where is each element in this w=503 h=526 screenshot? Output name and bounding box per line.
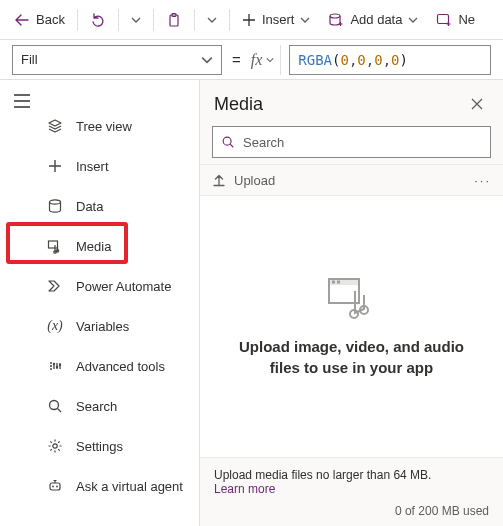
pane-footer: Upload media files no larger than 64 MB.… xyxy=(200,457,503,526)
svg-point-10 xyxy=(59,364,61,366)
nav-insert[interactable]: Insert xyxy=(44,146,199,186)
new-label: Ne xyxy=(458,12,475,27)
nav-advanced-tools[interactable]: Advanced tools xyxy=(44,346,199,386)
learn-more-link[interactable]: Learn more xyxy=(214,482,275,496)
main-area: Tree view Insert Data Media Power Automa… xyxy=(0,80,503,526)
empty-state: Upload image, video, and audio files to … xyxy=(200,196,503,457)
nav-settings[interactable]: Settings xyxy=(44,426,199,466)
add-data-button[interactable]: Add data xyxy=(320,4,426,36)
pane-toolbar: Upload ··· xyxy=(200,164,503,196)
nav-virtual-agent[interactable]: Ask a virtual agent xyxy=(44,466,199,506)
svg-point-4 xyxy=(50,200,61,204)
nav-data[interactable]: Data xyxy=(44,186,199,226)
footer-text: Upload media files no larger than 64 MB. xyxy=(214,468,489,482)
nav-label: Search xyxy=(76,399,117,414)
undo-icon xyxy=(90,12,106,28)
upload-button[interactable]: Upload xyxy=(212,173,275,188)
property-value: Fill xyxy=(21,52,38,67)
back-label: Back xyxy=(36,12,65,27)
paste-icon xyxy=(166,12,182,28)
database-icon xyxy=(328,12,344,28)
nav-variables[interactable]: (x) Variables xyxy=(44,306,199,346)
upload-icon xyxy=(212,173,226,187)
search-icon xyxy=(46,398,64,414)
chevron-down-icon xyxy=(266,56,274,64)
separator xyxy=(194,9,195,31)
nav-label: Tree view xyxy=(76,119,132,134)
plus-icon xyxy=(242,13,256,27)
pane-header: Media xyxy=(200,80,503,122)
chevron-down-icon xyxy=(300,15,310,25)
close-icon xyxy=(470,97,484,111)
flow-icon xyxy=(46,278,64,294)
nav-label: Ask a virtual agent xyxy=(76,479,183,494)
formula-input[interactable]: RGBA(0, 0, 0, 0) xyxy=(289,45,491,75)
svg-point-15 xyxy=(56,486,58,488)
screen-plus-icon xyxy=(436,12,452,28)
separator xyxy=(229,9,230,31)
insert-label: Insert xyxy=(262,12,295,27)
svg-point-11 xyxy=(50,401,59,410)
more-button[interactable]: ··· xyxy=(474,173,491,188)
left-nav: Tree view Insert Data Media Power Automa… xyxy=(44,80,199,526)
search-placeholder: Search xyxy=(243,135,284,150)
empty-text: Upload image, video, and audio files to … xyxy=(226,337,477,378)
svg-rect-3 xyxy=(438,14,449,23)
back-button[interactable]: Back xyxy=(6,4,73,36)
pane-title: Media xyxy=(214,94,263,115)
nav-label: Insert xyxy=(76,159,109,174)
chevron-down-icon xyxy=(131,15,141,25)
close-button[interactable] xyxy=(465,92,489,116)
search-wrap: Search xyxy=(200,122,503,164)
plus-icon xyxy=(46,159,64,173)
command-bar: Back Insert Add data xyxy=(0,0,503,40)
svg-point-14 xyxy=(52,486,54,488)
gear-icon xyxy=(46,438,64,454)
chevron-down-icon xyxy=(207,15,217,25)
insert-button[interactable]: Insert xyxy=(234,4,319,36)
nav-label: Data xyxy=(76,199,103,214)
nav-media[interactable]: Media xyxy=(44,226,199,266)
tools-icon xyxy=(46,358,64,374)
layers-icon xyxy=(46,118,64,134)
search-input[interactable]: Search xyxy=(212,126,491,158)
back-arrow-icon xyxy=(14,12,30,28)
nav-tree-view[interactable]: Tree view xyxy=(44,106,199,146)
separator xyxy=(153,9,154,31)
paste-more-button[interactable] xyxy=(199,4,225,36)
search-icon xyxy=(221,135,235,149)
separator xyxy=(77,9,78,31)
usage-text: 0 of 200 MB used xyxy=(214,504,489,518)
new-screen-button[interactable]: Ne xyxy=(428,4,483,36)
svg-rect-19 xyxy=(332,281,335,284)
formula-bar: Fill = fx RGBA(0, 0, 0, 0) xyxy=(0,40,503,80)
undo-more-button[interactable] xyxy=(123,4,149,36)
svg-point-9 xyxy=(56,366,58,368)
nav-label: Power Automate xyxy=(76,279,171,294)
nav-label: Media xyxy=(76,239,111,254)
chevron-down-icon xyxy=(408,15,418,25)
bot-icon xyxy=(46,478,64,494)
svg-point-2 xyxy=(330,14,340,18)
upload-label: Upload xyxy=(234,173,275,188)
nav-label: Settings xyxy=(76,439,123,454)
equals-sign: = xyxy=(230,51,243,68)
nav-search[interactable]: Search xyxy=(44,386,199,426)
nav-label: Variables xyxy=(76,319,129,334)
fx-label[interactable]: fx xyxy=(251,45,282,75)
nav-power-automate[interactable]: Power Automate xyxy=(44,266,199,306)
svg-point-16 xyxy=(223,137,231,145)
add-data-label: Add data xyxy=(350,12,402,27)
media-icon xyxy=(46,238,64,254)
formula-fn: RGBA xyxy=(298,52,332,68)
svg-point-12 xyxy=(53,444,57,448)
separator xyxy=(118,9,119,31)
paste-button[interactable] xyxy=(158,4,190,36)
svg-rect-5 xyxy=(49,241,58,248)
property-dropdown[interactable]: Fill xyxy=(12,45,222,75)
undo-button[interactable] xyxy=(82,4,114,36)
variable-icon: (x) xyxy=(46,318,64,334)
hamburger-icon[interactable] xyxy=(13,94,31,108)
hamburger-rail xyxy=(0,80,44,526)
media-pane: Media Search Upload ··· Upload image, vi… xyxy=(199,80,503,526)
